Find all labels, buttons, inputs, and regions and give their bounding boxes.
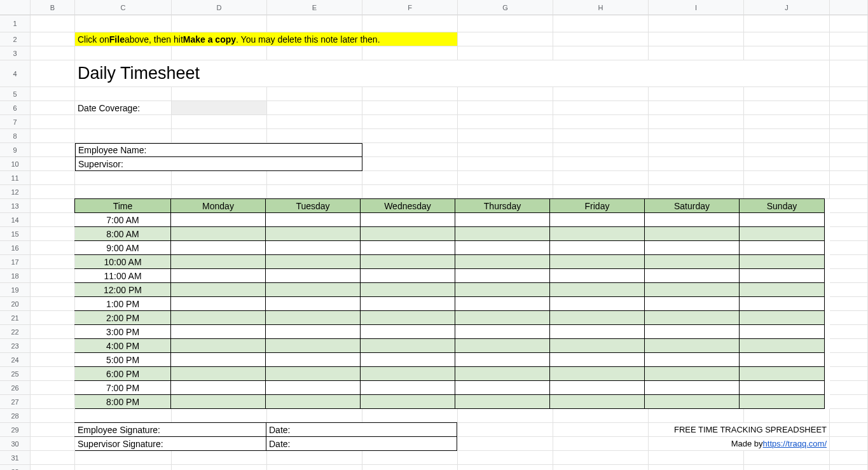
timesheet-entry-cell[interactable]: [739, 310, 825, 325]
timesheet-entry-cell[interactable]: [170, 240, 266, 255]
timesheet-time-cell[interactable]: 5:00 PM: [74, 352, 171, 367]
timesheet-entry-cell[interactable]: [265, 226, 361, 241]
row-header-32[interactable]: 32: [0, 465, 31, 470]
timesheet-header-wednesday[interactable]: Wednesday: [360, 198, 455, 213]
timesheet-time-cell[interactable]: 2:00 PM: [74, 310, 171, 325]
timesheet-entry-cell[interactable]: [549, 338, 645, 353]
timesheet-entry-cell[interactable]: [644, 268, 740, 283]
timesheet-entry-cell[interactable]: [739, 226, 825, 241]
timesheet-entry-cell[interactable]: [644, 240, 740, 255]
timesheet-entry-cell[interactable]: [644, 310, 740, 325]
timesheet-entry-cell[interactable]: [455, 380, 550, 395]
timesheet-header-friday[interactable]: Friday: [549, 198, 645, 213]
timesheet-entry-cell[interactable]: [360, 226, 455, 241]
timesheet-entry-cell[interactable]: [455, 212, 550, 227]
timesheet-entry-cell[interactable]: [455, 324, 550, 339]
timesheet-header-monday[interactable]: Monday: [170, 198, 266, 213]
timesheet-entry-cell[interactable]: [739, 268, 825, 283]
row-header-9[interactable]: 9: [0, 143, 31, 157]
timesheet-entry-cell[interactable]: [739, 254, 825, 269]
timesheet-entry-cell[interactable]: [644, 226, 740, 241]
timesheet-header-thursday[interactable]: Thursday: [455, 198, 550, 213]
timesheet-entry-cell[interactable]: [360, 338, 455, 353]
footer-link[interactable]: https://traqq.com/: [763, 439, 827, 448]
timesheet-entry-cell[interactable]: [360, 310, 455, 325]
date-coverage-label[interactable]: Date Coverage:: [75, 101, 172, 115]
timesheet-entry-cell[interactable]: [265, 240, 361, 255]
timesheet-entry-cell[interactable]: [360, 324, 455, 339]
timesheet-entry-cell[interactable]: [549, 310, 645, 325]
timesheet-time-cell[interactable]: 11:00 AM: [74, 268, 171, 283]
timesheet-entry-cell[interactable]: [170, 310, 266, 325]
timesheet-entry-cell[interactable]: [265, 394, 361, 409]
employee-signature-label[interactable]: Employee Signature:: [74, 422, 266, 437]
row-header-20[interactable]: 20: [0, 297, 31, 311]
col-header-I[interactable]: I: [649, 0, 744, 15]
row-header-26[interactable]: 26: [0, 381, 31, 395]
timesheet-entry-cell[interactable]: [644, 254, 740, 269]
timesheet-entry-cell[interactable]: [549, 254, 645, 269]
col-header-next[interactable]: [830, 0, 868, 15]
timesheet-entry-cell[interactable]: [455, 366, 550, 381]
timesheet-entry-cell[interactable]: [455, 240, 550, 255]
col-header-G[interactable]: G: [458, 0, 553, 15]
row-header-16[interactable]: 16: [0, 241, 31, 255]
timesheet-entry-cell[interactable]: [360, 394, 455, 409]
timesheet-time-cell[interactable]: 7:00 AM: [74, 212, 171, 227]
timesheet-entry-cell[interactable]: [644, 282, 740, 297]
timesheet-entry-cell[interactable]: [739, 338, 825, 353]
timesheet-entry-cell[interactable]: [265, 282, 361, 297]
row-header-21[interactable]: 21: [0, 311, 31, 325]
timesheet-entry-cell[interactable]: [644, 366, 740, 381]
supervisor-row[interactable]: Supervisor:: [75, 157, 362, 171]
timesheet-entry-cell[interactable]: [360, 380, 455, 395]
row-header-6[interactable]: 6: [0, 101, 31, 115]
row-header-1[interactable]: 1: [0, 15, 31, 32]
timesheet-entry-cell[interactable]: [549, 282, 645, 297]
row-header-24[interactable]: 24: [0, 353, 31, 367]
timesheet-entry-cell[interactable]: [360, 212, 455, 227]
timesheet-entry-cell[interactable]: [549, 268, 645, 283]
timesheet-entry-cell[interactable]: [170, 352, 266, 367]
timesheet-entry-cell[interactable]: [265, 254, 361, 269]
col-header-C[interactable]: C: [75, 0, 172, 15]
timesheet-entry-cell[interactable]: [265, 338, 361, 353]
timesheet-entry-cell[interactable]: [455, 338, 550, 353]
row-header-3[interactable]: 3: [0, 46, 31, 60]
timesheet-header-sunday[interactable]: Sunday: [739, 198, 825, 213]
grid-cell[interactable]: [31, 32, 75, 46]
timesheet-header-saturday[interactable]: Saturday: [644, 198, 740, 213]
timesheet-entry-cell[interactable]: [549, 366, 645, 381]
timesheet-time-cell[interactable]: 4:00 PM: [74, 338, 171, 353]
timesheet-entry-cell[interactable]: [644, 380, 740, 395]
timesheet-entry-cell[interactable]: [455, 282, 550, 297]
row-header-18[interactable]: 18: [0, 269, 31, 283]
col-header-B[interactable]: B: [31, 0, 75, 15]
row-header-25[interactable]: 25: [0, 367, 31, 381]
timesheet-entry-cell[interactable]: [549, 226, 645, 241]
timesheet-entry-cell[interactable]: [265, 310, 361, 325]
timesheet-entry-cell[interactable]: [170, 268, 266, 283]
timesheet-time-cell[interactable]: 8:00 PM: [74, 394, 171, 409]
row-header-2[interactable]: 2: [0, 32, 31, 46]
timesheet-entry-cell[interactable]: [360, 282, 455, 297]
row-header-10[interactable]: 10: [0, 157, 31, 171]
timesheet-entry-cell[interactable]: [549, 296, 645, 311]
timesheet-entry-cell[interactable]: [455, 268, 550, 283]
timesheet-entry-cell[interactable]: [455, 226, 550, 241]
timesheet-time-cell[interactable]: 7:00 PM: [74, 380, 171, 395]
timesheet-entry-cell[interactable]: [265, 352, 361, 367]
timesheet-entry-cell[interactable]: [549, 324, 645, 339]
timesheet-entry-cell[interactable]: [360, 240, 455, 255]
timesheet-entry-cell[interactable]: [549, 380, 645, 395]
timesheet-entry-cell[interactable]: [455, 352, 550, 367]
timesheet-entry-cell[interactable]: [739, 366, 825, 381]
col-header-E[interactable]: E: [267, 0, 362, 15]
row-header-8[interactable]: 8: [0, 129, 31, 143]
col-header-J[interactable]: J: [744, 0, 830, 15]
timesheet-time-cell[interactable]: 8:00 AM: [74, 226, 171, 241]
timesheet-entry-cell[interactable]: [170, 212, 266, 227]
row-header-30[interactable]: 30: [0, 437, 31, 451]
timesheet-entry-cell[interactable]: [360, 296, 455, 311]
row-header-27[interactable]: 27: [0, 395, 31, 409]
